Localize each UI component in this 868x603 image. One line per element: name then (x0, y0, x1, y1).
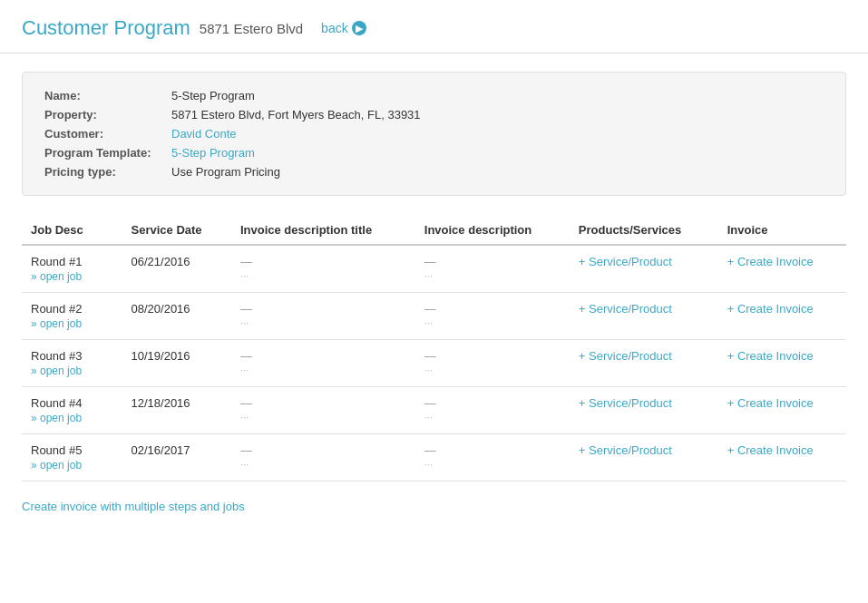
open-job-link-4[interactable]: » open job (31, 459, 113, 472)
col-header-service-date: Service Date (122, 214, 231, 245)
page-title: Customer Program (22, 16, 190, 40)
cell-service-date-4: 02/16/2017 (122, 434, 231, 481)
cell-job-desc-3: Round #4 » open job (22, 387, 122, 434)
col-header-invoice: Invoice (718, 214, 846, 245)
info-row-name: Name: 5-Step Program (44, 89, 824, 102)
create-invoice-link-4[interactable]: + Create Invoice (727, 443, 814, 457)
service-date-2: 10/19/2016 (132, 349, 190, 363)
cell-products-3: + Service/Product (570, 387, 718, 434)
add-service-link-4[interactable]: + Service/Product (579, 443, 672, 457)
cell-inv-desc-title-1: — ··· (231, 293, 415, 340)
inv-desc-dots-4: ··· (424, 459, 433, 470)
service-date-4: 02/16/2017 (132, 443, 190, 457)
job-name-3: Round #4 (31, 396, 82, 410)
inv-desc-dots-0: ··· (424, 270, 433, 281)
cell-inv-desc-4: — ··· (415, 434, 570, 481)
service-date-0: 06/21/2016 (132, 255, 190, 268)
cell-products-1: + Service/Product (570, 293, 718, 340)
info-row-property: Property: 5871 Estero Blvd, Fort Myers B… (44, 108, 824, 122)
page-header: Customer Program 5871 Estero Blvd back ▶ (0, 0, 868, 53)
inv-desc-dash-2: — (424, 349, 436, 363)
back-label: back (321, 21, 348, 35)
info-label-pricing: Pricing type: (44, 165, 171, 179)
info-card: Name: 5-Step Program Property: 5871 Este… (22, 72, 846, 196)
service-date-3: 12/18/2016 (132, 396, 190, 410)
cell-job-desc-0: Round #1 » open job (22, 245, 122, 293)
cell-service-date-3: 12/18/2016 (122, 387, 231, 434)
jobs-table: Job Desc Service Date Invoice descriptio… (22, 214, 846, 481)
cell-inv-desc-title-4: — ··· (231, 434, 415, 481)
table-row: Round #4 » open job 12/18/2016 — ··· — ·… (22, 387, 846, 434)
info-row-customer: Customer: David Conte (44, 127, 824, 141)
table-row: Round #1 » open job 06/21/2016 — ··· — ·… (22, 245, 846, 293)
inv-desc-title-dots-3: ··· (240, 412, 249, 423)
info-value-template[interactable]: 5-Step Program (171, 146, 255, 160)
page-subtitle: 5871 Estero Blvd (200, 21, 303, 36)
inv-desc-title-dash-3: — (240, 396, 252, 410)
add-service-link-2[interactable]: + Service/Product (579, 349, 672, 363)
cell-invoice-2: + Create Invoice (718, 340, 846, 387)
col-header-products: Products/Services (570, 214, 718, 245)
open-job-link-1[interactable]: » open job (31, 317, 113, 330)
inv-desc-dots-3: ··· (424, 412, 433, 423)
cell-service-date-0: 06/21/2016 (122, 245, 231, 293)
inv-desc-title-dash-4: — (240, 443, 252, 457)
cell-invoice-4: + Create Invoice (718, 434, 846, 481)
cell-invoice-0: + Create Invoice (718, 245, 846, 293)
info-row-pricing: Pricing type: Use Program Pricing (44, 165, 824, 179)
cell-invoice-3: + Create Invoice (718, 387, 846, 434)
inv-desc-title-dots-0: ··· (240, 270, 249, 281)
table-header-row: Job Desc Service Date Invoice descriptio… (22, 214, 846, 245)
create-multi-invoice-link[interactable]: Create invoice with multiple steps and j… (22, 500, 245, 513)
back-button[interactable]: back ▶ (321, 21, 366, 35)
jobs-table-section: Job Desc Service Date Invoice descriptio… (22, 214, 846, 481)
col-header-inv-desc: Invoice description (415, 214, 570, 245)
cell-products-2: + Service/Product (570, 340, 718, 387)
add-service-link-0[interactable]: + Service/Product (579, 255, 672, 268)
cell-service-date-2: 10/19/2016 (122, 340, 231, 387)
open-job-link-0[interactable]: » open job (31, 270, 113, 283)
create-invoice-link-3[interactable]: + Create Invoice (727, 396, 814, 410)
inv-desc-title-dash-1: — (240, 302, 252, 316)
inv-desc-dash-1: — (424, 302, 436, 316)
info-label-name: Name: (44, 89, 171, 102)
inv-desc-title-dash-2: — (240, 349, 252, 363)
cell-job-desc-1: Round #2 » open job (22, 293, 122, 340)
create-invoice-link-2[interactable]: + Create Invoice (727, 349, 814, 363)
inv-desc-title-dots-4: ··· (240, 459, 249, 470)
open-job-link-2[interactable]: » open job (31, 365, 113, 377)
col-header-job-desc: Job Desc (22, 214, 122, 245)
cell-invoice-1: + Create Invoice (718, 293, 846, 340)
cell-inv-desc-2: — ··· (415, 340, 570, 387)
col-header-inv-desc-title: Invoice description title (231, 214, 415, 245)
table-row: Round #5 » open job 02/16/2017 — ··· — ·… (22, 434, 846, 481)
inv-desc-title-dots-2: ··· (240, 365, 249, 375)
cell-service-date-1: 08/20/2016 (122, 293, 231, 340)
job-name-4: Round #5 (31, 443, 82, 457)
cell-inv-desc-title-2: — ··· (231, 340, 415, 387)
cell-inv-desc-title-3: — ··· (231, 387, 415, 434)
job-name-2: Round #3 (31, 349, 82, 363)
add-service-link-1[interactable]: + Service/Product (579, 302, 672, 316)
job-name-1: Round #2 (31, 302, 82, 316)
cell-job-desc-2: Round #3 » open job (22, 340, 122, 387)
cell-inv-desc-3: — ··· (415, 387, 570, 434)
info-label-template: Program Template: (44, 146, 171, 160)
cell-inv-desc-title-0: — ··· (231, 245, 415, 293)
job-name-0: Round #1 (31, 255, 82, 268)
table-row: Round #3 » open job 10/19/2016 — ··· — ·… (22, 340, 846, 387)
info-value-customer[interactable]: David Conte (171, 127, 237, 141)
inv-desc-dots-1: ··· (424, 317, 433, 328)
info-row-template: Program Template: 5-Step Program (44, 146, 824, 160)
open-job-link-3[interactable]: » open job (31, 412, 113, 424)
info-value-name: 5-Step Program (171, 89, 255, 102)
create-invoice-link-1[interactable]: + Create Invoice (727, 302, 814, 316)
cell-inv-desc-1: — ··· (415, 293, 570, 340)
inv-desc-dash-4: — (424, 443, 436, 457)
cell-products-0: + Service/Product (570, 245, 718, 293)
add-service-link-3[interactable]: + Service/Product (579, 396, 672, 410)
footer-section: Create invoice with multiple steps and j… (22, 500, 846, 513)
info-value-pricing: Use Program Pricing (171, 165, 280, 179)
cell-job-desc-4: Round #5 » open job (22, 434, 122, 481)
create-invoice-link-0[interactable]: + Create Invoice (727, 255, 814, 268)
